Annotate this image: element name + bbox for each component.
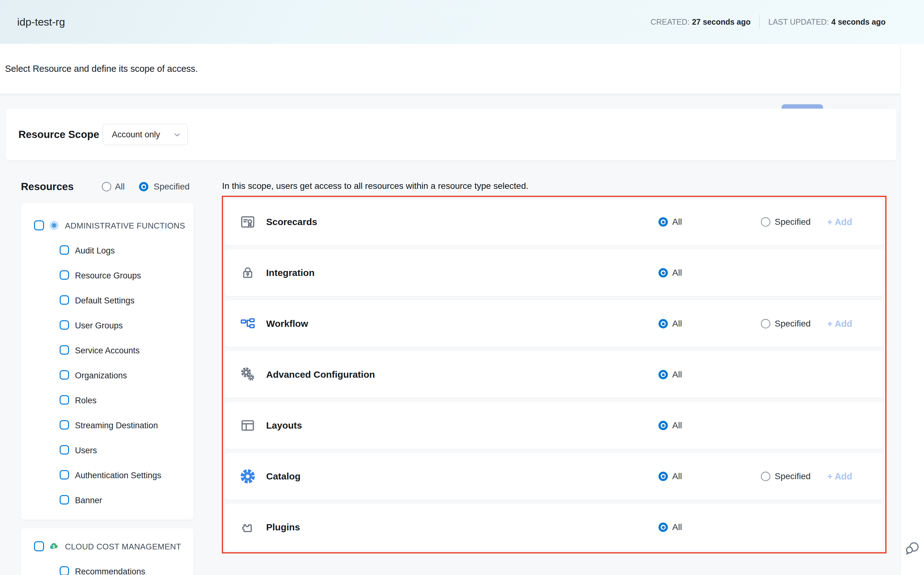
sidebar-item[interactable]: Default Settings	[75, 296, 135, 306]
resource-row-label: Catalog	[266, 453, 301, 500]
specified-radio[interactable]	[761, 319, 770, 329]
chat-feedback-icon[interactable]	[904, 540, 921, 557]
ccm-checkbox[interactable]	[34, 541, 44, 551]
chevron-down-icon	[172, 129, 182, 140]
all-radio[interactable]	[658, 217, 668, 227]
all-radio[interactable]	[658, 319, 668, 329]
service-accounts-checkbox[interactable]	[60, 345, 69, 354]
lock-icon	[239, 264, 256, 281]
default-settings-checkbox[interactable]	[60, 295, 69, 305]
resource-scope-dropdown[interactable]: Account only	[103, 124, 188, 145]
updated-label: LAST UPDATED:4 seconds ago	[768, 17, 886, 27]
specified-radio-label[interactable]: Specified	[775, 300, 811, 347]
sidebar-group-title: CLOUD COST MANAGEMENT	[65, 542, 181, 551]
users-checkbox[interactable]	[60, 445, 69, 454]
sidebar-group-admin: ADMINISTRATIVE FUNCTIONS Audit Logs Reso…	[21, 203, 194, 520]
resource-row-label: Workflow	[266, 300, 308, 347]
resources-all-label[interactable]: All	[115, 179, 125, 194]
recommendations-checkbox[interactable]	[60, 566, 69, 575]
header-meta: CREATED:27 seconds ago LAST UPDATED:4 se…	[651, 0, 886, 44]
meta-divider	[759, 15, 760, 29]
all-radio[interactable]	[658, 523, 668, 532]
resource-row-label: Integration	[266, 249, 315, 296]
resource-groups-checkbox[interactable]	[60, 270, 69, 280]
gears-icon	[239, 366, 256, 383]
audit-logs-checkbox[interactable]	[60, 245, 69, 255]
all-radio[interactable]	[658, 268, 668, 278]
sidebar-item[interactable]: Recommendations	[75, 567, 145, 575]
resources-header: Resources All Specified	[0, 179, 219, 194]
streaming-destination-checkbox[interactable]	[60, 420, 69, 429]
sidebar-item[interactable]: Roles	[75, 396, 97, 405]
resource-scope-value: Account only	[112, 130, 160, 140]
resource-row-catalog: Catalog All Specified + Add	[225, 453, 884, 500]
resource-group-page: idp-test-rg CREATED:27 seconds ago LAST …	[0, 0, 924, 575]
all-radio-label[interactable]: All	[672, 199, 682, 245]
puzzle-icon	[239, 518, 256, 536]
specified-radio[interactable]	[761, 217, 770, 227]
all-radio[interactable]	[658, 370, 668, 379]
action-bar: Select Resource and define its scope of …	[0, 44, 900, 94]
resources-specified-label[interactable]: Specified	[154, 179, 190, 194]
admin-functions-checkbox[interactable]	[34, 221, 44, 230]
add-link[interactable]: + Add	[827, 199, 852, 245]
sidebar-item[interactable]: Resource Groups	[75, 271, 141, 281]
scope-note: In this scope, users get access to all r…	[222, 179, 753, 193]
organizations-checkbox[interactable]	[60, 370, 69, 380]
resources-title: Resources	[21, 179, 74, 194]
add-link[interactable]: + Add	[827, 300, 852, 347]
created-value: 27 seconds ago	[692, 17, 750, 26]
page-header: idp-test-rg CREATED:27 seconds ago LAST …	[0, 0, 924, 44]
resource-row-integration: Integration All	[225, 249, 884, 296]
all-radio-label[interactable]: All	[672, 300, 682, 347]
action-bar-description: Select Resource and define its scope of …	[5, 44, 198, 94]
updated-value: 4 seconds ago	[831, 17, 886, 26]
gear-blue-icon	[239, 468, 256, 485]
sidebar-item[interactable]: Audit Logs	[75, 246, 115, 256]
all-radio-label[interactable]: All	[672, 249, 682, 296]
sidebar-item[interactable]: Authentication Settings	[75, 471, 161, 480]
sidebar-item[interactable]: Users	[75, 446, 97, 456]
resources-all-radio[interactable]	[102, 182, 111, 191]
add-link[interactable]: + Add	[827, 453, 852, 500]
right-rail	[900, 44, 924, 575]
resource-scope-card: Resource Scope Account only	[6, 109, 897, 160]
resource-row-layouts: Layouts All	[225, 402, 884, 449]
all-radio-label[interactable]: All	[672, 504, 682, 551]
all-radio-label[interactable]: All	[672, 402, 682, 449]
all-radio-label[interactable]: All	[672, 351, 682, 398]
specified-radio-label[interactable]: Specified	[775, 453, 811, 500]
resource-row-plugins: Plugins All	[225, 504, 884, 551]
all-radio[interactable]	[658, 472, 668, 481]
cloud-dollar-icon: $	[49, 541, 59, 551]
sidebar-item[interactable]: Banner	[75, 496, 102, 505]
banner-checkbox[interactable]	[60, 495, 69, 504]
resource-row-label: Advanced Configuration	[266, 351, 375, 398]
all-radio-label[interactable]: All	[672, 453, 682, 500]
specified-radio-label[interactable]: Specified	[775, 199, 811, 245]
resources-specified-radio[interactable]	[139, 182, 148, 191]
sidebar-item[interactable]: Service Accounts	[75, 346, 140, 356]
sidebar-group-title: ADMINISTRATIVE FUNCTIONS	[65, 221, 185, 231]
sidebar-item[interactable]: User Groups	[75, 321, 123, 330]
resource-row-advanced-configuration: Advanced Configuration All	[225, 351, 884, 398]
resource-scope-label: Resource Scope	[18, 109, 99, 160]
svg-text:$: $	[53, 544, 55, 549]
scorecard-icon	[239, 213, 256, 231]
sidebar-group-ccm: $ CLOUD COST MANAGEMENT Recommendations	[21, 528, 194, 575]
gear-circle-icon	[49, 221, 59, 230]
sidebar-item[interactable]: Streaming Destination	[75, 421, 158, 430]
all-radio[interactable]	[658, 421, 668, 430]
sidebar-item[interactable]: Organizations	[75, 371, 127, 381]
workflow-icon	[239, 315, 256, 332]
resource-row-label: Plugins	[266, 504, 300, 551]
layout-icon	[239, 417, 256, 434]
resource-row-scorecards: Scorecards All Specified + Add	[225, 199, 884, 245]
specified-radio[interactable]	[761, 472, 770, 481]
user-groups-checkbox[interactable]	[60, 320, 69, 330]
resource-row-label: Layouts	[266, 402, 302, 449]
authentication-settings-checkbox[interactable]	[60, 470, 69, 480]
highlight-rectangle: Scorecards All Specified + Add Integrati…	[222, 196, 887, 553]
roles-checkbox[interactable]	[60, 395, 69, 405]
page-title: idp-test-rg	[17, 0, 65, 44]
